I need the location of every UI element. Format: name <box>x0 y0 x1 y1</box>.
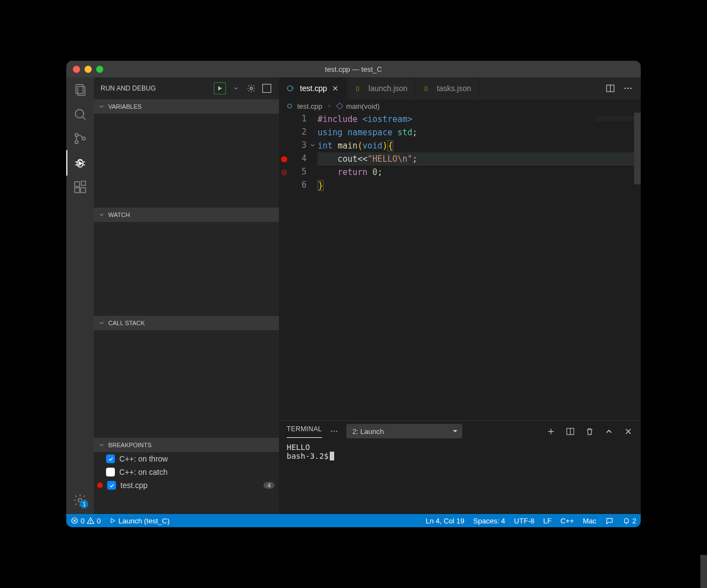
terminal-header: TERMINAL 2: Launch <box>279 421 641 442</box>
svg-line-10 <box>83 162 85 162</box>
editor-lines: #include <iostream> using namespace std;… <box>279 113 641 192</box>
callstack-label: CALL STACK <box>108 320 145 326</box>
breakpoint-label: C++: on catch <box>119 468 167 476</box>
svg-point-28 <box>625 88 626 89</box>
svg-marker-12 <box>79 162 82 166</box>
terminal-output[interactable]: HELLO bash-3.2$ <box>279 442 641 514</box>
svg-rect-14 <box>75 188 80 193</box>
variables-label: VARIABLES <box>108 103 141 110</box>
titlebar: test.cpp — test_C <box>66 61 641 77</box>
svg-line-9 <box>75 165 77 165</box>
checkbox-icon[interactable] <box>106 454 115 463</box>
debug-sidebar: RUN AND DEBUG VARIABLES WATCH <box>94 77 279 514</box>
debug-console-icon[interactable] <box>261 83 272 94</box>
breakpoint-line-badge: 4 <box>263 482 275 489</box>
checkbox-icon[interactable] <box>107 481 116 490</box>
breakpoint-dot-icon <box>97 483 103 488</box>
breakpoints-section-header[interactable]: BREAKPOINTS <box>94 438 279 452</box>
checkbox-icon[interactable] <box>106 468 115 476</box>
tab-bar: + test.cpp {} launch.json {} tasks.json <box>279 77 641 99</box>
editor-group: + test.cpp {} launch.json {} tasks.json <box>279 77 641 514</box>
terminal-cursor <box>330 452 334 460</box>
breadcrumb[interactable]: test.cpp main(void) <box>279 99 641 113</box>
manage-badge: 1 <box>80 500 88 508</box>
svg-line-3 <box>82 116 85 119</box>
status-os[interactable]: Mac <box>578 514 601 527</box>
svg-rect-32 <box>336 103 343 109</box>
breakpoint-row[interactable]: C++: on throw <box>94 452 279 465</box>
status-eol[interactable]: LF <box>539 514 556 527</box>
svg-text:{}: {} <box>356 86 359 91</box>
panel-more-icon[interactable] <box>330 427 339 436</box>
svg-line-11 <box>83 165 85 165</box>
scrollbar-thumb[interactable] <box>634 113 641 184</box>
breadcrumb-file: test.cpp <box>297 102 323 110</box>
variables-panel <box>94 114 279 208</box>
svg-rect-16 <box>81 181 86 186</box>
search-icon[interactable] <box>73 107 87 121</box>
activity-bar: 1 <box>66 77 94 514</box>
status-indentation[interactable]: Spaces: 4 <box>469 514 510 527</box>
watch-section-header[interactable]: WATCH <box>94 208 279 222</box>
code-editor[interactable]: 1 2 3 4 5 6 #include <iostream> using na… <box>279 113 641 420</box>
callstack-section-header[interactable]: CALL STACK <box>94 316 279 330</box>
minimap[interactable] <box>595 116 634 138</box>
debug-toolbar: RUN AND DEBUG <box>94 77 279 99</box>
callstack-panel <box>94 330 279 438</box>
maximize-panel-icon[interactable] <box>604 427 614 436</box>
status-cursor-position[interactable]: Ln 4, Col 19 <box>421 514 469 527</box>
variables-section-header[interactable]: VARIABLES <box>94 99 279 114</box>
watch-panel <box>94 222 279 316</box>
manage-gear-icon[interactable]: 1 <box>73 493 87 507</box>
terminal-actions <box>546 427 633 436</box>
tab-launch-json[interactable]: {} launch.json <box>347 77 416 99</box>
svg-marker-18 <box>218 86 222 91</box>
explorer-icon[interactable] <box>73 83 87 97</box>
debug-config-dropdown[interactable] <box>230 83 241 94</box>
breakpoint-label: C++: on throw <box>119 454 168 463</box>
svg-marker-47 <box>111 518 115 523</box>
tab-tasks-json[interactable]: {} tasks.json <box>416 77 479 99</box>
chevron-right-icon <box>326 103 332 109</box>
svg-point-5 <box>75 141 78 144</box>
source-control-icon[interactable] <box>73 131 87 146</box>
split-editor-icon[interactable] <box>605 83 615 93</box>
cpp-file-icon <box>287 102 294 110</box>
svg-rect-15 <box>81 188 86 193</box>
kill-terminal-icon[interactable] <box>585 427 594 436</box>
status-feedback-icon[interactable] <box>601 514 618 527</box>
status-language[interactable]: C++ <box>556 514 579 527</box>
terminal-panel: TERMINAL 2: Launch <box>279 420 641 514</box>
svg-point-4 <box>75 134 78 136</box>
status-notifications[interactable]: 2 <box>618 514 641 527</box>
close-panel-icon[interactable] <box>624 427 633 436</box>
more-actions-icon[interactable] <box>623 83 633 93</box>
breakpoint-row[interactable]: test.cpp 4 <box>94 479 279 492</box>
status-launch[interactable]: Launch (test_C) <box>105 514 174 527</box>
breakpoint-row[interactable]: C++: on catch <box>94 465 279 479</box>
terminal-tab[interactable]: TERMINAL <box>287 425 322 438</box>
svg-point-31 <box>288 104 292 108</box>
terminal-select[interactable]: 2: Launch <box>346 424 462 438</box>
terminal-select-value: 2: Launch <box>352 427 384 436</box>
close-tab-icon[interactable] <box>331 84 339 92</box>
breakpoints-panel: C++: on throw C++: on catch test.cpp 4 <box>94 452 279 492</box>
gear-icon[interactable] <box>246 83 257 94</box>
svg-text:+: + <box>292 86 294 90</box>
start-debugging-button[interactable] <box>214 82 226 94</box>
status-errors[interactable]: 0 0 <box>66 514 105 527</box>
vscode-window: test.cpp — test_C 1 <box>66 61 641 527</box>
terminal-prompt: bash-3.2$ <box>287 452 329 460</box>
extensions-icon[interactable] <box>73 180 87 194</box>
svg-point-29 <box>627 88 629 89</box>
status-encoding[interactable]: UTF-8 <box>510 514 539 527</box>
svg-point-46 <box>91 522 91 523</box>
svg-point-34 <box>334 431 335 432</box>
cpp-file-icon: + <box>287 84 296 93</box>
editor-actions <box>598 77 641 99</box>
tab-test-cpp[interactable]: + test.cpp <box>279 77 347 99</box>
split-terminal-icon[interactable] <box>566 427 575 436</box>
run-debug-icon[interactable] <box>73 156 87 170</box>
new-terminal-icon[interactable] <box>546 427 556 436</box>
svg-point-33 <box>331 431 332 432</box>
